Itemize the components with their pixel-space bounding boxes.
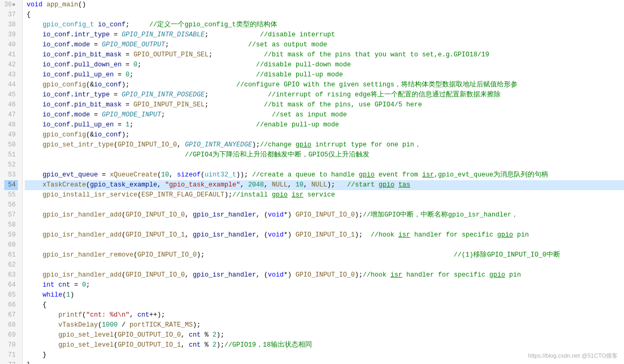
ln-68: 68 xyxy=(4,320,18,330)
code-line-54: xTaskCreate(gpio_task_example, "gpio_tas… xyxy=(25,180,624,190)
ln-41: 41 xyxy=(4,50,18,60)
code-line-57: gpio_isr_handler_add(GPIO_INPUT_IO_0, gp… xyxy=(25,210,624,220)
ln-69: 69 xyxy=(4,330,18,340)
code-line-66: { xyxy=(25,300,624,310)
ln-63: 63 xyxy=(4,270,18,280)
ln-72: 72 xyxy=(4,360,18,364)
code-line-69: gpio_set_level(GPIO_OUTPUT_IO_0, cnt % 2… xyxy=(25,330,624,340)
code-line-40: io_conf.mode = GPIO_MODE_OUTPUT; //set a… xyxy=(25,40,624,50)
line-numbers: 36● 37 38 39 40 41 42 43 44 45 46 47 48 … xyxy=(0,0,23,364)
ln-61: 61 xyxy=(4,250,18,260)
code-line-59: gpio_isr_handler_add(GPIO_INPUT_IO_1, gp… xyxy=(25,230,624,240)
ln-65: 65 xyxy=(4,290,18,300)
code-line-49: gpio_config(&io_conf); xyxy=(25,130,624,140)
ln-38: 38 xyxy=(4,20,18,30)
ln-51: 51 xyxy=(4,150,18,160)
ln-45: 45 xyxy=(4,90,18,100)
code-line-65: while(1) xyxy=(25,290,624,300)
code-line-45: io_conf.intr_type = GPIO_PIN_INTR_POSEDG… xyxy=(25,90,624,100)
code-line-38: gpio_config_t io_conf; //定义一个gpio_config… xyxy=(25,20,624,30)
code-line-53: gpio_evt_queue = xQueueCreate(10, sizeof… xyxy=(25,170,624,180)
code-line-51: //GPIO4为下降沿和上升沿都触发中断，GPIO5仅上升沿触发 xyxy=(25,150,624,160)
ln-59: 59 xyxy=(4,230,18,240)
ln-46: 46 xyxy=(4,100,18,110)
ln-44: 44 xyxy=(4,80,18,90)
ln-56: 56 xyxy=(4,200,18,210)
ln-52: 52 xyxy=(4,160,18,170)
ln-66: 66 xyxy=(4,300,18,310)
ln-70: 70 xyxy=(4,340,18,350)
ln-49: 49 xyxy=(4,130,18,140)
ln-40: 40 xyxy=(4,40,18,50)
ln-64: 64 xyxy=(4,280,18,290)
ln-55: 55 xyxy=(4,190,18,200)
ln-67: 67 xyxy=(4,310,18,320)
code-line-37: { xyxy=(25,10,624,20)
ln-50: 50 xyxy=(4,140,18,150)
ln-58: 58 xyxy=(4,220,18,230)
code-line-64: int cnt = 0; xyxy=(25,280,624,290)
ln-43: 43 xyxy=(4,70,18,80)
code-line-67: printf("cnt: %d\n", cnt++); xyxy=(25,310,624,320)
code-area[interactable]: void app_main() { gpio_config_t io_conf;… xyxy=(23,0,624,364)
ln-53: 53 xyxy=(4,170,18,180)
code-line-48: io_conf.pull_up_en = 1; //enable pull-up… xyxy=(25,120,624,130)
code-line-61: gpio_isr_handler_remove(GPIO_INPUT_IO_0)… xyxy=(25,250,624,260)
code-line-62 xyxy=(25,260,624,270)
code-line-60 xyxy=(25,240,624,250)
code-line-46: io_conf.pin_bit_mask = GPIO_INPUT_PIN_SE… xyxy=(25,100,624,110)
code-line-55: gpio_install_isr_service(ESP_INTR_FLAG_D… xyxy=(25,190,624,200)
ln-62: 62 xyxy=(4,260,18,270)
code-line-39: io_conf.intr_type = GPIO_PIN_INTR_DISABL… xyxy=(25,30,624,40)
code-line-50: gpio_set_intr_type(GPIO_INPUT_IO_0, GPIO… xyxy=(25,140,624,150)
code-line-68: vTaskDelay(1000 / portTICK_RATE_MS); xyxy=(25,320,624,330)
code-line-44: gpio_config(&io_conf); //configure GPIO … xyxy=(25,80,624,90)
code-line-43: io_conf.pull_up_en = 0; //disable pull-u… xyxy=(25,70,624,80)
code-line-72: } xyxy=(25,360,624,364)
code-line-56 xyxy=(25,200,624,210)
code-line-70: gpio_set_level(GPIO_OUTPUT_IO_1, cnt % 2… xyxy=(25,340,624,350)
code-line-52 xyxy=(25,160,624,170)
ln-36: 36● xyxy=(4,0,18,10)
code-container: 36● 37 38 39 40 41 42 43 44 45 46 47 48 … xyxy=(0,0,624,364)
code-line-63: gpio_isr_handler_add(GPIO_INPUT_IO_0, gp… xyxy=(25,270,624,280)
ln-54: 54 xyxy=(4,180,18,190)
ln-37: 37 xyxy=(4,10,18,20)
code-line-58 xyxy=(25,220,624,230)
ln-47: 47 xyxy=(4,110,18,120)
code-line-42: io_conf.pull_down_en = 0; //disable pull… xyxy=(25,60,624,70)
code-line-36: void app_main() xyxy=(25,0,624,10)
code-line-47: io_conf.mode = GPIO_MODE_INPUT; //set as… xyxy=(25,110,624,120)
ln-57: 57 xyxy=(4,210,18,220)
ln-71: 71 xyxy=(4,350,18,360)
ln-42: 42 xyxy=(4,60,18,70)
code-line-41: io_conf.pin_bit_mask = GPIO_OUTPUT_PIN_S… xyxy=(25,50,624,60)
ln-48: 48 xyxy=(4,120,18,130)
ln-39: 39 xyxy=(4,30,18,40)
watermark: https://blog.csdn.net @51CTO搜客 xyxy=(528,352,618,360)
ln-60: 60 xyxy=(4,240,18,250)
